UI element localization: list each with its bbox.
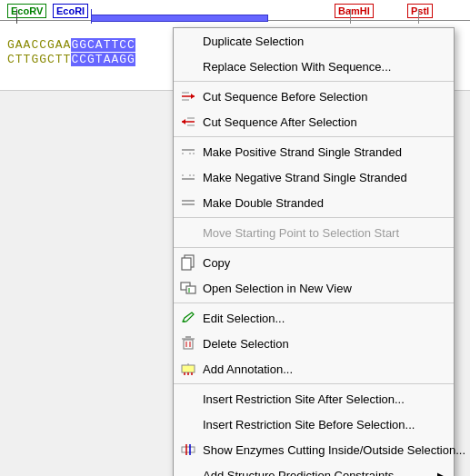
context-menu: Duplicate Selection Replace Selection Wi… xyxy=(173,27,455,476)
menu-item-double[interactable]: Make Double Stranded xyxy=(174,190,454,215)
menu-item-cut-before[interactable]: Cut Sequence Before Selection xyxy=(174,84,454,109)
cut-ecori xyxy=(91,9,92,24)
menu-item-neg-single[interactable]: Make Negative Strand Single Stranded xyxy=(174,164,454,190)
menu-item-show-enzymes[interactable]: Show Enzymes Cutting Inside/Outside Sele… xyxy=(174,437,454,462)
insert-before-icon xyxy=(179,415,197,433)
edit-icon xyxy=(179,309,197,327)
annotate-icon xyxy=(179,360,197,378)
menu-label-show-enzymes: Show Enzymes Cutting Inside/Outside Sele… xyxy=(203,443,465,457)
cut-bamhi xyxy=(350,9,351,24)
cut-before-icon xyxy=(179,87,197,105)
cut-psti xyxy=(418,9,419,24)
menu-label-replace: Replace Selection With Sequence... xyxy=(203,60,445,74)
negative-strand: CTTGGCTTCCGTAAGG xyxy=(7,53,135,66)
menu-label-insert-before: Insert Restriction Site Before Selection… xyxy=(203,418,445,431)
insert-after-icon xyxy=(179,390,197,408)
menu-label-duplicate: Duplicate Selection xyxy=(203,35,445,48)
enzyme-ecorv-label: EcoRV xyxy=(7,4,46,18)
pos-single-icon xyxy=(179,143,197,161)
separator-2 xyxy=(174,136,454,137)
menu-label-copy: Copy xyxy=(203,256,445,270)
menu-item-structure[interactable]: Add Structure Prediction Constraints ▶ xyxy=(174,462,454,476)
menu-label-cut-after: Cut Sequence After Selection xyxy=(203,115,445,129)
menu-item-insert-after[interactable]: Insert Restriction Site After Selection.… xyxy=(174,386,454,412)
menu-item-replace[interactable]: Replace Selection With Sequence... xyxy=(174,54,454,79)
open-new-view-icon xyxy=(179,279,197,297)
show-enzymes-icon xyxy=(179,441,197,459)
menu-item-cut-after[interactable]: Cut Sequence After Selection xyxy=(174,109,454,134)
delete-icon xyxy=(179,334,197,352)
menu-item-insert-before[interactable]: Insert Restriction Site Before Selection… xyxy=(174,412,454,437)
svg-marker-1 xyxy=(191,94,195,99)
structure-icon xyxy=(179,466,197,476)
menu-label-cut-before: Cut Sequence Before Selection xyxy=(203,90,445,104)
svg-rect-19 xyxy=(186,286,195,293)
svg-rect-32 xyxy=(182,447,195,452)
selection-highlight xyxy=(91,15,268,22)
enzyme-ecori-label: EcoRI xyxy=(53,4,88,18)
separator-5 xyxy=(174,302,454,303)
menu-item-move-start: Move Starting Point to Selection Start xyxy=(174,220,454,245)
svg-rect-17 xyxy=(182,258,191,270)
menu-item-open-new-view[interactable]: Open Selection in New View xyxy=(174,275,454,301)
double-icon xyxy=(179,193,197,212)
svg-marker-5 xyxy=(182,119,185,124)
separator-1 xyxy=(174,81,454,82)
enzyme-bamhi-label: BamHI xyxy=(335,4,374,18)
menu-label-structure: Add Structure Prediction Constraints xyxy=(203,469,430,477)
svg-rect-22 xyxy=(184,340,193,349)
replace-icon xyxy=(179,57,197,75)
duplicate-icon xyxy=(179,32,197,50)
move-start-icon xyxy=(179,223,197,242)
menu-item-pos-single[interactable]: Make Positive Strand Single Stranded xyxy=(174,139,454,164)
copy-icon xyxy=(179,253,197,272)
separator-6 xyxy=(174,383,454,384)
menu-item-delete[interactable]: Delete Selection xyxy=(174,331,454,356)
svg-rect-27 xyxy=(182,365,195,372)
neg-single-icon xyxy=(179,168,197,186)
cut-ecorv xyxy=(16,9,17,24)
cut-after-icon xyxy=(179,113,197,131)
menu-label-double: Make Double Stranded xyxy=(203,196,445,210)
enzyme-psti-label: PstI xyxy=(407,4,433,18)
menu-label-pos-single: Make Positive Strand Single Stranded xyxy=(203,145,445,159)
menu-label-neg-single: Make Negative Strand Single Stranded xyxy=(203,171,445,184)
menu-label-insert-after: Insert Restriction Site After Selection.… xyxy=(203,392,445,406)
separator-4 xyxy=(174,247,454,248)
separator-3 xyxy=(174,217,454,218)
positive-strand: GAACCGAAGGCATTCC xyxy=(7,38,135,52)
submenu-arrow-icon: ▶ xyxy=(437,471,445,477)
menu-label-annotate: Add Annotation... xyxy=(203,362,445,376)
menu-item-edit[interactable]: Edit Selection... xyxy=(174,305,454,331)
menu-label-move-start: Move Starting Point to Selection Start xyxy=(203,226,445,240)
menu-label-open-new-view: Open Selection in New View xyxy=(203,282,445,295)
menu-item-duplicate[interactable]: Duplicate Selection xyxy=(174,28,454,54)
menu-label-edit: Edit Selection... xyxy=(203,312,445,325)
menu-item-annotate[interactable]: Add Annotation... xyxy=(174,356,454,382)
menu-item-copy[interactable]: Copy xyxy=(174,250,454,275)
menu-label-delete: Delete Selection xyxy=(203,337,445,351)
